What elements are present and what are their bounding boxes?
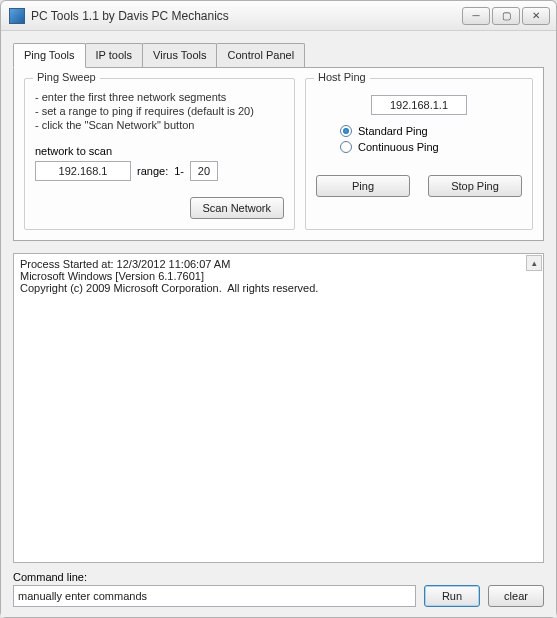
instruction-line: - click the "Scan Network" button [35,119,284,131]
range-prefix: 1- [174,165,184,177]
command-input[interactable] [13,585,416,607]
scan-row: Scan Network [35,197,284,219]
range-input[interactable] [190,161,218,181]
radio-standard[interactable]: Standard Ping [340,125,522,137]
host-input-row [316,95,522,115]
tab-panel-ping-tools: Ping Sweep - enter the first three netwo… [13,67,544,241]
network-to-scan-label: network to scan [35,145,284,157]
radio-standard-icon [340,125,352,137]
titlebar: PC Tools 1.1 by Davis PC Mechanics ─ ▢ ✕ [1,1,556,31]
app-window: PC Tools 1.1 by Davis PC Mechanics ─ ▢ ✕… [0,0,557,618]
host-buttons: Ping Stop Ping [316,175,522,197]
output-console[interactable]: Process Started at: 12/3/2012 11:06:07 A… [13,253,544,563]
radio-continuous-icon [340,141,352,153]
maximize-button[interactable]: ▢ [492,7,520,25]
tab-control-panel[interactable]: Control Panel [216,43,305,67]
group-ping-sweep: Ping Sweep - enter the first three netwo… [24,78,295,230]
host-input[interactable] [371,95,467,115]
run-button[interactable]: Run [424,585,480,607]
network-row: range: 1- [35,161,284,181]
command-row: Run clear [13,585,544,607]
ping-button[interactable]: Ping [316,175,410,197]
output-text: Process Started at: 12/3/2012 11:06:07 A… [20,258,318,294]
instruction-line: - enter the first three network segments [35,91,284,103]
minimize-button[interactable]: ─ [462,7,490,25]
client-area: Ping Tools IP tools Virus Tools Control … [1,31,556,617]
window-controls: ─ ▢ ✕ [462,7,550,25]
tab-ping-tools[interactable]: Ping Tools [13,43,86,68]
group-host-ping: Host Ping Standard Ping Continuous Ping … [305,78,533,230]
window-title: PC Tools 1.1 by Davis PC Mechanics [31,9,462,23]
clear-button[interactable]: clear [488,585,544,607]
scan-network-button[interactable]: Scan Network [190,197,284,219]
scroll-up-icon[interactable]: ▴ [526,255,542,271]
stop-ping-button[interactable]: Stop Ping [428,175,522,197]
tab-ip-tools[interactable]: IP tools [85,43,144,67]
range-label: range: [137,165,168,177]
command-line-label: Command line: [13,571,544,583]
tab-virus-tools[interactable]: Virus Tools [142,43,217,67]
legend-host-ping: Host Ping [314,71,370,83]
radio-standard-label: Standard Ping [358,125,428,137]
radio-continuous-label: Continuous Ping [358,141,439,153]
legend-ping-sweep: Ping Sweep [33,71,100,83]
tabstrip: Ping Tools IP tools Virus Tools Control … [13,43,544,67]
close-button[interactable]: ✕ [522,7,550,25]
instruction-line: - set a range to ping if requires (defau… [35,105,284,117]
app-icon [9,8,25,24]
radio-continuous[interactable]: Continuous Ping [340,141,522,153]
network-input[interactable] [35,161,131,181]
